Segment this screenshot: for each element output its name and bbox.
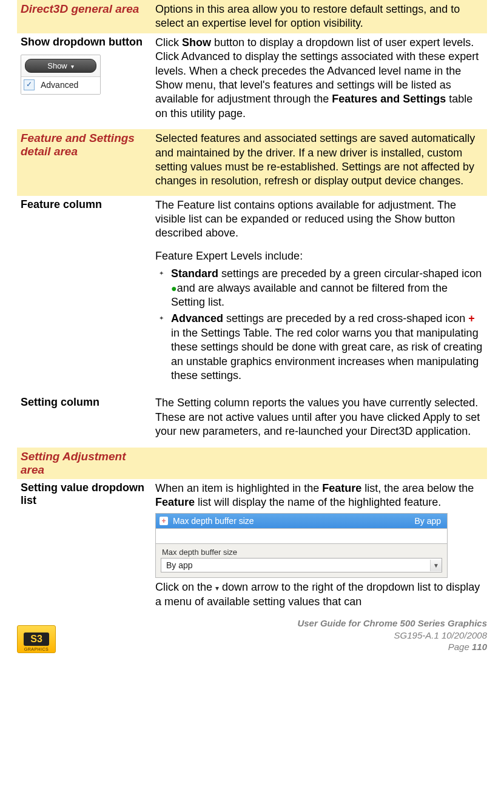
footer-meta: SG195-A.1 10/20/2008 <box>297 629 487 642</box>
red-plus-icon: + <box>160 517 168 525</box>
bullet-advanced: Advanced settings are preceded by a red … <box>171 312 483 383</box>
footer-text: User Guide for Chrome 500 Series Graphic… <box>297 617 487 653</box>
section-setting-adjustment: Setting Adjustment area <box>17 448 487 479</box>
row-show-dropdown: Show dropdown button Show▾ ✓ Advanced Cl… <box>17 33 487 129</box>
row-setting-column: Setting column The Setting column report… <box>17 394 487 447</box>
section-title: Direct3D general area <box>21 2 139 15</box>
chevron-down-icon: ▾ <box>71 63 74 70</box>
dropdown-value: By app <box>161 559 430 572</box>
show-menu: ✓ Advanced <box>21 76 100 94</box>
selected-feature-row[interactable]: + Max depth buffer size By app <box>156 514 447 529</box>
red-plus-icon: + <box>468 312 475 324</box>
row-title: Show dropdown button <box>21 36 148 49</box>
row-desc-p2: Click on the ▾ down arrow to the right o… <box>155 580 483 609</box>
bullet-standard: Standard settings are preceded by a gree… <box>171 267 483 309</box>
s3-logo: S3 GRAPHICS <box>17 625 56 653</box>
show-button[interactable]: Show▾ <box>25 59 96 73</box>
row-desc: Click Show button to display a dropdown … <box>155 36 483 121</box>
feature-bullets: Standard settings are preceded by a gree… <box>155 267 483 383</box>
show-menu-item-advanced[interactable]: ✓ Advanced <box>24 79 98 90</box>
feature-p2: Feature Expert Levels include: <box>155 249 483 263</box>
footer-page: Page 110 <box>297 641 487 653</box>
chevron-down-icon[interactable]: ▼ <box>430 560 442 571</box>
row-title: Setting column <box>21 396 148 409</box>
row-setting-value-dropdown: Setting value dropdown list When an item… <box>17 479 487 612</box>
selected-feature-value: By app <box>414 516 441 526</box>
blank-row <box>156 529 447 544</box>
setting-widget: + Max depth buffer size By app Max depth… <box>155 513 448 578</box>
selected-feature-label: Max depth buffer size <box>173 516 254 526</box>
section-title: Setting Adjustment area <box>21 450 126 476</box>
page-footer: S3 GRAPHICS User Guide for Chrome 500 Se… <box>17 617 487 659</box>
section-desc: Selected features and associated setting… <box>155 132 483 189</box>
footer-title: User Guide for Chrome 500 Series Graphic… <box>297 617 487 629</box>
section-desc: Options in this area allow you to restor… <box>155 2 483 31</box>
dropdown-label: Max depth buffer size <box>156 544 447 558</box>
feature-p1: The Feature list contains options availa… <box>155 198 483 241</box>
setting-value-dropdown[interactable]: By app ▼ <box>161 558 442 572</box>
content-table: Direct3D general area Options in this ar… <box>17 0 487 611</box>
show-button-label: Show <box>47 61 67 70</box>
logo-subtext: GRAPHICS <box>24 647 49 651</box>
row-desc: The Setting column reports the values yo… <box>155 396 483 438</box>
section-direct3d-general: Direct3D general area Options in this ar… <box>17 0 487 33</box>
section-feature-settings-detail: Feature and Settings detail area Selecte… <box>17 129 487 196</box>
row-desc-p1: When an item is highlighted in the Featu… <box>155 481 483 510</box>
row-feature-column: Feature column The Feature list contains… <box>17 196 487 394</box>
show-widget: Show▾ ✓ Advanced <box>21 55 101 95</box>
check-icon: ✓ <box>24 79 35 90</box>
row-title: Feature column <box>21 198 148 211</box>
menu-item-label: Advanced <box>41 80 78 90</box>
green-dot-icon: ● <box>171 283 177 294</box>
section-title: Feature and Settings detail area <box>21 132 135 158</box>
row-title: Setting value dropdown list <box>21 481 148 507</box>
logo-text: S3 <box>24 632 49 646</box>
